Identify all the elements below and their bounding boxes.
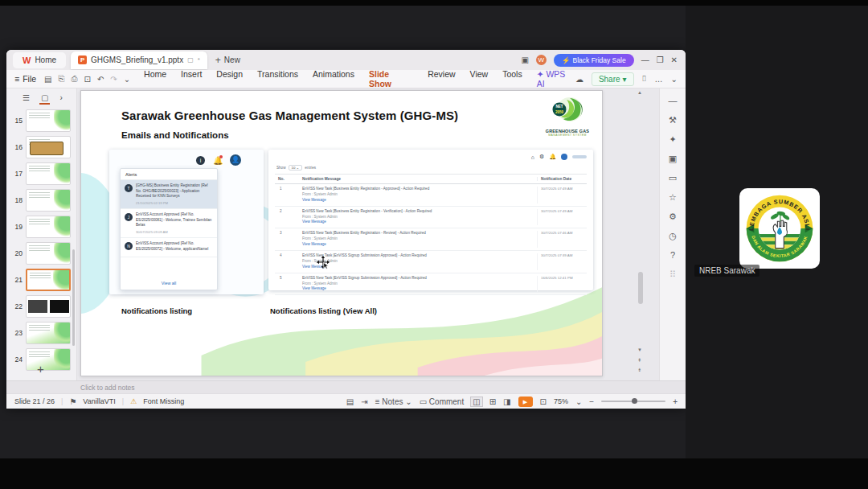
- restore-button[interactable]: ❐: [657, 55, 664, 64]
- logo-name-line2: MANAGEMENT SYSTEM: [542, 134, 592, 137]
- row-from: From : System Admin: [302, 236, 537, 242]
- output-icon[interactable]: ⎘: [59, 74, 65, 84]
- slide-thumbnail-24[interactable]: [26, 348, 71, 371]
- row-date: 30/7/2025 07:49 AM: [537, 209, 587, 226]
- status-bar: Slide 21 / 26 | ⚑ VanillaVTI | ⚠ Font Mi…: [6, 393, 686, 409]
- cloud-sync-icon[interactable]: ☁: [575, 75, 583, 84]
- scroll-down-icon[interactable]: ▼: [637, 347, 642, 352]
- tab-list-icon[interactable]: ▣: [521, 55, 528, 64]
- slide-thumbnail-21[interactable]: [26, 269, 71, 291]
- panel-expand-chevron-icon[interactable]: ›: [59, 93, 62, 102]
- print-icon[interactable]: ⎙: [72, 74, 78, 84]
- undo-icon[interactable]: ↶: [97, 75, 104, 84]
- add-slide-button[interactable]: +: [37, 362, 44, 376]
- caption-right: Notifications listing (View All): [270, 306, 377, 315]
- redo-icon[interactable]: ↷: [110, 75, 117, 84]
- zoom-chevron-icon[interactable]: ⌄: [575, 397, 582, 406]
- slide-canvas[interactable]: Sarawak Greenhouse Gas Management System…: [80, 90, 603, 376]
- history-icon[interactable]: ◷: [669, 232, 677, 240]
- handout-icon[interactable]: ⇥: [361, 397, 367, 406]
- mouse-move-cursor: [316, 255, 330, 269]
- favorites-icon[interactable]: ☆: [669, 193, 677, 202]
- zoom-level[interactable]: 75%: [554, 397, 568, 405]
- alert-item[interactable]: NEnVISS Account Approved [Ref No. ES/202…: [121, 238, 217, 257]
- alert-text: EnVISS Account Approved [Ref No. ES/2025…: [136, 241, 213, 252]
- share-button[interactable]: Share ▾: [592, 72, 634, 86]
- notes-input[interactable]: Click to add notes: [6, 380, 686, 393]
- row-message: EnVISS New Task [Business Entity Registr…: [302, 187, 537, 192]
- desktop-scene: W Home P GHGMS_Briefing_v1.pptx ▢ * + Ne…: [0, 0, 868, 489]
- wps-presentation-window: W Home P GHGMS_Briefing_v1.pptx ▢ * + Ne…: [6, 50, 686, 409]
- comment-panel-icon[interactable]: ▭: [669, 174, 677, 183]
- slide-thumbnail-16[interactable]: [26, 136, 71, 158]
- collapse-icon[interactable]: —: [669, 97, 678, 105]
- table-rows: 1EnVISS New Task [Business Entity Regist…: [275, 184, 587, 295]
- new-tab-button[interactable]: + New: [215, 55, 240, 66]
- zoom-in-button[interactable]: +: [673, 397, 678, 406]
- shapes-icon[interactable]: ▣: [669, 154, 677, 163]
- font-missing-warning[interactable]: Font Missing: [143, 397, 184, 405]
- file-menu-button[interactable]: ≡ File: [14, 74, 36, 84]
- notes-page-icon[interactable]: ▤: [346, 397, 354, 406]
- alerts-screenshot: i 🔔 👤 Alerts T[GHG-MS] Business Entity R…: [109, 150, 264, 294]
- home-tab[interactable]: W Home: [13, 52, 66, 68]
- slide-thumbnail-22[interactable]: [26, 295, 71, 318]
- scrollbar-thumb[interactable]: [638, 272, 643, 304]
- zoom-slider-handle[interactable]: [632, 398, 637, 404]
- save-icon[interactable]: ▤: [44, 75, 51, 84]
- more-actions-chevron-icon[interactable]: ⌄: [124, 75, 130, 84]
- collapse-ribbon-icon[interactable]: ⌄: [671, 75, 678, 84]
- overflow-menu-icon[interactable]: …: [655, 75, 663, 84]
- file-menu-label: File: [23, 74, 36, 84]
- effects-icon[interactable]: ✦: [669, 135, 676, 144]
- view-message-link: View Message: [302, 286, 537, 292]
- slide-view-icon[interactable]: ▢: [41, 93, 48, 102]
- thumbnail-scrollbar[interactable]: [72, 249, 75, 346]
- warning-icon: ⚠: [130, 397, 137, 405]
- slide-thumbnail-17[interactable]: [26, 162, 71, 185]
- alert-item[interactable]: JEnVISS Account Approved [Ref No. ES/202…: [121, 209, 217, 238]
- next-slide-icon[interactable]: ⇟: [637, 367, 641, 372]
- minimize-button[interactable]: —: [641, 55, 649, 64]
- slide-thumbnail-23[interactable]: [26, 322, 71, 344]
- alert-item[interactable]: T[GHG-MS] Business Entity Registration […: [121, 180, 217, 209]
- tools-icon[interactable]: ⚒: [669, 116, 677, 125]
- outline-view-icon[interactable]: ☰: [23, 93, 30, 102]
- username-placeholder: [572, 155, 587, 158]
- slideshow-play-button[interactable]: ▶: [518, 397, 533, 407]
- close-button[interactable]: ✕: [671, 55, 678, 64]
- row-from: From : System Admin: [302, 192, 537, 198]
- slide-sorter-icon[interactable]: ⊞: [489, 397, 496, 406]
- document-tab-title: GHGMS_Briefing_v1.pptx: [91, 55, 183, 64]
- zoom-slider[interactable]: [601, 401, 665, 402]
- row-date: 30/7/2025 07:49 AM: [537, 187, 587, 203]
- reading-view-icon[interactable]: ◨: [503, 397, 510, 406]
- wps-logo-icon: W: [23, 55, 31, 65]
- row-number: 4: [275, 253, 302, 270]
- print-preview-icon[interactable]: ⊡: [84, 75, 91, 84]
- slide-thumbnail-20[interactable]: [26, 242, 71, 265]
- slide-title: Sarawak Greenhouse Gas Management System…: [121, 109, 458, 122]
- fit-slide-icon[interactable]: ⊡: [540, 397, 547, 406]
- notes-toggle[interactable]: ≡ Notes ⌄: [375, 397, 412, 406]
- help-icon[interactable]: ?: [670, 251, 675, 260]
- scroll-up-icon[interactable]: ▲: [637, 90, 642, 95]
- promo-button[interactable]: ⚡ Black Friday Sale: [554, 54, 634, 67]
- normal-view-icon[interactable]: ◫: [471, 397, 481, 406]
- slide-subtitle: Emails and Notifications: [121, 130, 229, 140]
- apps-grid-icon[interactable]: ⠿: [669, 270, 676, 279]
- settings-icon[interactable]: ⚙: [669, 212, 677, 221]
- slide-thumbnail-15[interactable]: [26, 109, 71, 132]
- previous-slide-icon[interactable]: ⇞: [637, 357, 641, 363]
- account-avatar[interactable]: W: [536, 55, 547, 65]
- switch-panel-icon[interactable]: ⌷: [642, 74, 647, 84]
- theme-name[interactable]: VanillaVTI: [83, 397, 115, 405]
- slide-thumbnail-18[interactable]: [26, 189, 71, 212]
- logo-badge-bottom: 2050: [555, 110, 564, 114]
- slide-thumbnail-19[interactable]: [26, 216, 71, 238]
- comment-button[interactable]: ▭ Comment: [420, 397, 465, 406]
- slide-number: 18: [11, 189, 23, 204]
- zoom-out-button[interactable]: −: [589, 397, 594, 406]
- row-number: 2: [275, 209, 302, 226]
- row-message: EnVISS New Task [Business Entity Registr…: [302, 209, 537, 215]
